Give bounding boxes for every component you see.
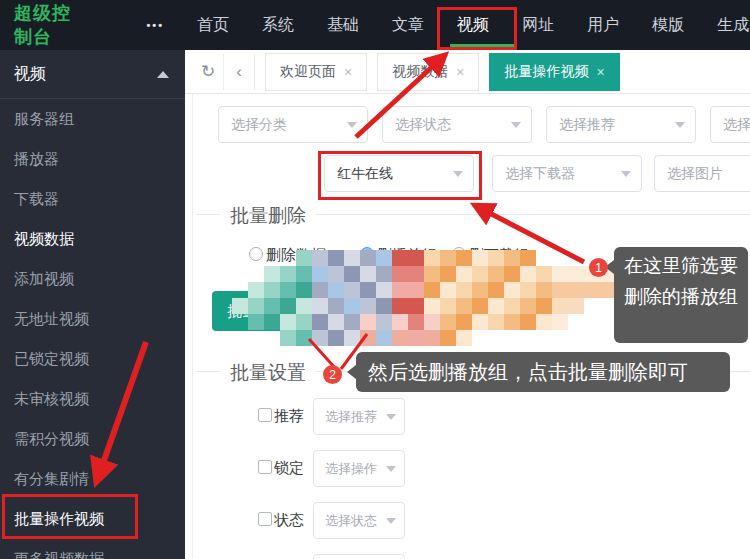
sidebar-item-9[interactable]: 需积分视频 — [0, 419, 185, 459]
mosaic-cell — [536, 282, 552, 298]
mosaic-cell — [584, 282, 600, 298]
top-bar: 超级控制台 ••• 首页系统基础文章视频网址用户模版生成 — [0, 0, 750, 50]
filter-select-row2-2[interactable]: 选择下载器 — [492, 155, 642, 192]
sidebar-item-1[interactable]: 服务器组 — [0, 99, 185, 139]
tab-3[interactable]: 批量操作视频× — [489, 53, 619, 91]
sidebar-item-6[interactable]: 无地址视频 — [0, 299, 185, 339]
nav-item-3[interactable]: 基础 — [326, 15, 360, 36]
sidebar-menu: 服务器组播放器下载器视频数据添加视频无地址视频已锁定视频未审核视频需积分视频有分… — [0, 99, 185, 559]
mosaic-cell — [488, 282, 504, 298]
mosaic-cell — [520, 298, 536, 314]
nav-item-8[interactable]: 模版 — [651, 15, 685, 36]
nav-item-7[interactable]: 用户 — [586, 15, 620, 36]
batch-set-select-1[interactable]: 选择推荐 — [313, 398, 405, 435]
tabs: 欢迎页面×视频数据×批量操作视频× — [255, 53, 620, 91]
nav-item-5[interactable]: 视频 — [456, 15, 490, 36]
filter-select-1[interactable]: 选择分类 — [218, 106, 368, 143]
tooltip2-pointer — [347, 365, 356, 379]
mosaic-cell — [328, 314, 344, 330]
sidebar-item-4[interactable]: 视频数据 — [0, 219, 185, 259]
mosaic-cell — [424, 282, 440, 298]
radio-1[interactable] — [249, 247, 263, 261]
mosaic-cell — [440, 266, 456, 282]
mosaic-cell — [424, 298, 440, 314]
filter-select-row2-1[interactable]: 红牛在线 — [324, 155, 474, 192]
mosaic-cell — [344, 250, 360, 266]
checkbox-2[interactable] — [258, 460, 272, 474]
tab-2[interactable]: 视频数据× — [377, 53, 479, 91]
app-logo: 超级控制台 — [14, 1, 88, 49]
menu-ellipsis-icon[interactable]: ••• — [146, 19, 164, 31]
mosaic-cell — [472, 266, 488, 282]
mosaic-cell — [280, 266, 296, 282]
caret-down-icon — [386, 518, 396, 524]
back-button[interactable]: ‹ — [224, 54, 255, 90]
sidebar-item-2[interactable]: 播放器 — [0, 139, 185, 179]
sidebar-item-10[interactable]: 有分集剧情 — [0, 459, 185, 499]
radio-label-2: 删播放组 — [377, 246, 437, 265]
tab-1[interactable]: 欢迎页面× — [265, 53, 367, 91]
select-value: 选择状态 — [325, 512, 377, 530]
mosaic-cell — [408, 298, 424, 314]
mosaic-cell — [552, 298, 568, 314]
mosaic-cell — [376, 314, 392, 330]
radio-2[interactable] — [360, 247, 374, 261]
step2-badge: 2 — [323, 365, 342, 384]
sidebar-group-header[interactable]: 视频 — [0, 50, 185, 99]
select-value: 选择分类 — [231, 116, 287, 134]
sidebar-item-5[interactable]: 添加视频 — [0, 259, 185, 299]
filter-select-2[interactable]: 选择状态 — [382, 106, 532, 143]
nav-item-4[interactable]: 文章 — [391, 15, 425, 36]
batch-set-select-2[interactable]: 选择操作 — [313, 450, 405, 487]
filter-select-4[interactable]: 选择 — [710, 106, 750, 143]
mosaic-cell — [552, 282, 568, 298]
mosaic-cell — [328, 250, 344, 266]
mosaic-cell — [456, 314, 472, 330]
nav-item-1[interactable]: 首页 — [196, 15, 230, 36]
checkbox-label-3: 状态 — [274, 511, 304, 530]
tab-close-icon[interactable]: × — [456, 64, 464, 80]
mosaic-cell — [312, 298, 328, 314]
tab-close-icon[interactable]: × — [344, 64, 352, 80]
checkbox-3[interactable] — [258, 512, 272, 526]
caret-down-icon — [386, 414, 396, 420]
mosaic-cell — [344, 314, 360, 330]
mosaic-cell — [296, 330, 312, 346]
sidebar-item-12[interactable]: 更多视频数据 — [0, 539, 185, 559]
mosaic-cell — [424, 330, 440, 346]
tab-close-icon[interactable]: × — [596, 64, 604, 80]
tooltip-step1: 在这里筛选要删除的播放组 — [614, 247, 748, 343]
mosaic-cell — [376, 282, 392, 298]
filter-select-3[interactable]: 选择推荐 — [546, 106, 696, 143]
mosaic-cell — [392, 330, 408, 346]
mosaic-cell — [424, 266, 440, 282]
batch-set-select-3[interactable]: 选择状态 — [313, 502, 405, 539]
mosaic-cell — [392, 282, 408, 298]
refresh-button[interactable]: ↻ — [193, 54, 224, 90]
batch-delete-button[interactable]: 批量删除 — [212, 291, 308, 331]
nav-item-2[interactable]: 系统 — [261, 15, 295, 36]
sidebar-item-8[interactable]: 未审核视频 — [0, 379, 185, 419]
checkbox-1[interactable] — [258, 408, 272, 422]
batch-delete-legend: 批量删除 — [220, 203, 316, 229]
checkbox-label-1: 推荐 — [274, 407, 304, 426]
radio-3[interactable] — [452, 247, 466, 261]
filter-select-row2-3[interactable]: 选择图片 — [654, 155, 750, 192]
sidebar-item-3[interactable]: 下载器 — [0, 179, 185, 219]
mosaic-cell — [504, 298, 520, 314]
mosaic-cell — [568, 298, 584, 314]
batch-set-select-partial[interactable] — [313, 554, 405, 559]
mosaic-cell — [472, 282, 488, 298]
top-nav: 首页系统基础文章视频网址用户模版生成 — [196, 15, 750, 36]
mosaic-cell — [456, 266, 472, 282]
sidebar: 视频 服务器组播放器下载器视频数据添加视频无地址视频已锁定视频未审核视频需积分视… — [0, 50, 185, 559]
sidebar-item-7[interactable]: 已锁定视频 — [0, 339, 185, 379]
select-value: 选择下载器 — [505, 165, 575, 183]
mosaic-cell — [392, 298, 408, 314]
sidebar-item-11[interactable]: 批量操作视频 — [0, 499, 185, 539]
tab-label: 批量操作视频 — [504, 63, 588, 81]
nav-item-9[interactable]: 生成 — [716, 15, 750, 36]
nav-item-6[interactable]: 网址 — [521, 15, 555, 36]
mosaic-cell — [520, 266, 536, 282]
mosaic-cell — [392, 314, 408, 330]
